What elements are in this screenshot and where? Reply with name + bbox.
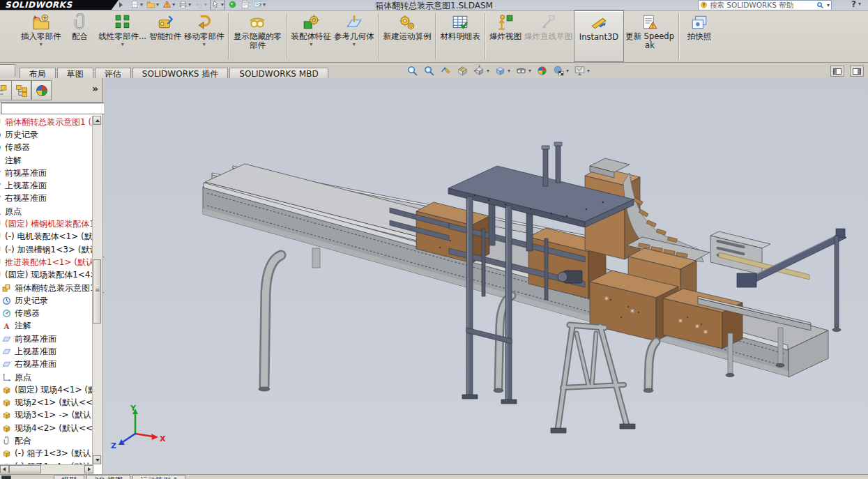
- tree-item-label: (固定) 现场装配体1<4> (默: [5, 269, 93, 281]
- select-cursor-button[interactable]: ▾: [210, 0, 225, 10]
- tree-item[interactable]: 上视基准面: [0, 179, 93, 192]
- rebuild-indicator-button[interactable]: [227, 0, 238, 10]
- tree-item[interactable]: 原点: [0, 205, 93, 218]
- tab-assembly-stub[interactable]: [0, 64, 15, 77]
- assembly-features-button[interactable]: 装配体特征▾: [289, 10, 333, 62]
- search-icon[interactable]: [816, 1, 824, 9]
- tree-item[interactable]: 历史记录: [0, 294, 93, 307]
- scroll-down-button[interactable]: [93, 455, 101, 464]
- new-document-button[interactable]: ▾: [130, 0, 144, 10]
- mate-button[interactable]: 配合: [63, 10, 98, 62]
- tree-item[interactable]: A注解: [0, 320, 93, 333]
- doc-tab-运动算例 1[interactable]: 运动算例 1: [132, 475, 186, 479]
- open-document-button[interactable]: ▾: [146, 0, 160, 10]
- file-properties-button[interactable]: [240, 0, 250, 10]
- tree-filter-input[interactable]: [1, 102, 105, 114]
- hide-show-items-button[interactable]: ▾: [515, 65, 532, 77]
- scroll-thumb[interactable]: [93, 259, 101, 324]
- undo-button[interactable]: ▾: [194, 0, 208, 10]
- display-style-button[interactable]: ▾: [494, 65, 511, 77]
- view-orientation-button[interactable]: ▾: [473, 65, 490, 77]
- move-component-button[interactable]: 移动零部件▾: [183, 10, 226, 62]
- zoom-to-area-button[interactable]: [422, 65, 436, 77]
- help-search-input[interactable]: ? 搜索 SOLIDWORKS 帮助 ▾: [698, 0, 832, 10]
- tree-item[interactable]: (固定) 槽钢机架装配体1: [0, 218, 93, 230]
- panel-expand-chevron[interactable]: »: [92, 83, 98, 94]
- tree-item[interactable]: 上视基准面: [0, 345, 93, 358]
- dropdown-caret-icon[interactable]: ▾: [121, 42, 124, 47]
- scroll-right-button[interactable]: [84, 465, 93, 473]
- print-button[interactable]: ▾: [178, 0, 192, 10]
- tree-item[interactable]: (-) 加强槽钢1<3> (默认<: [0, 243, 93, 256]
- motion-manager-icon[interactable]: [1, 476, 11, 479]
- tree-item[interactable]: 传感器: [0, 142, 93, 154]
- exploded-view-button[interactable]: 爆炸视图: [488, 10, 523, 62]
- ribbon-button-label: 爆炸直线草图: [524, 32, 572, 41]
- tree-item[interactable]: 原点: [0, 371, 93, 383]
- zoom-to-fit-button[interactable]: [406, 65, 419, 77]
- tree-item[interactable]: 配合: [0, 434, 93, 447]
- tree-item[interactable]: (-) 电机装配体<1> (默认<: [0, 231, 93, 243]
- tree-item[interactable]: 右视基准面: [0, 192, 93, 205]
- doc-tab-3D 视图[interactable]: 3D 视图: [86, 475, 130, 479]
- linear-pattern-button[interactable]: 线性零部件...▾: [98, 10, 148, 62]
- scroll-up-button[interactable]: [93, 116, 101, 125]
- scroll-thumb[interactable]: [9, 465, 41, 473]
- collapse-left-panel-button[interactable]: [830, 66, 844, 77]
- tree-item[interactable]: 现场4<2> (默认<<默: [0, 422, 93, 434]
- svg-text:A: A: [3, 322, 10, 330]
- part-icon: [2, 424, 12, 433]
- edit-appearance-button[interactable]: [535, 65, 549, 77]
- motion-study-button[interactable]: 新建运动算例: [381, 10, 432, 62]
- insert-component-button[interactable]: 插入零部件▾: [20, 10, 63, 62]
- feature-manager-tab[interactable]: [0, 80, 12, 100]
- bom-button[interactable]: 材料明细表: [439, 10, 482, 62]
- tree-item[interactable]: 前视基准面: [0, 167, 93, 179]
- tree-item[interactable]: 右视基准面: [0, 358, 93, 371]
- smart-fastener-button[interactable]: 智能扣件: [148, 10, 183, 62]
- exploded-sketch-button[interactable]: 爆炸直线草图: [523, 10, 574, 62]
- tree-item[interactable]: 前视基准面: [0, 333, 93, 345]
- tree-item-label: 前视基准面: [15, 333, 56, 345]
- help-menu[interactable]: ?▾: [851, 0, 861, 9]
- tree-item[interactable]: 历史记录: [0, 128, 93, 141]
- apply-scene-button[interactable]: ▾: [552, 65, 570, 77]
- tree-item[interactable]: 现场2<1> (默认<<默: [0, 397, 93, 409]
- scroll-left-button[interactable]: [0, 465, 9, 473]
- collapse-right-panel-button[interactable]: [850, 66, 864, 77]
- tree-item[interactable]: 箱体翻转总装示意图1 (默: [0, 116, 93, 128]
- instant3d-button[interactable]: Instant3D: [574, 10, 624, 62]
- rebuild-warning-button[interactable]: !▾: [162, 0, 176, 10]
- options-button[interactable]: ▾: [252, 0, 266, 10]
- tree-item[interactable]: (固定) 现场装配体1<4> (默: [0, 269, 93, 282]
- doc-tab-模型[interactable]: 模型: [54, 475, 84, 479]
- tree-horizontal-scrollbar[interactable]: [0, 464, 93, 475]
- dropdown-caret-icon[interactable]: ▾: [353, 42, 356, 47]
- tree-item-label: 箱体翻转总装示意图1 (默: [5, 116, 93, 128]
- tree-vertical-scrollbar[interactable]: [92, 116, 102, 464]
- section-view-button[interactable]: [456, 65, 469, 77]
- reference-geometry-button[interactable]: 参考几何体▾: [333, 10, 376, 62]
- tree-item[interactable]: 传感器: [0, 307, 93, 319]
- tree-item[interactable]: 推进装配体1<1> (默认: [0, 256, 93, 268]
- configuration-manager-tab[interactable]: [11, 80, 31, 100]
- show-hidden-button[interactable]: 显示隐藏的零部件: [231, 10, 283, 62]
- tree-item[interactable]: (固定) 现场4<1> (默认: [0, 383, 93, 396]
- previous-view-button[interactable]: [439, 65, 452, 77]
- tree-item[interactable]: 现场3<1> -> (默认<<: [0, 409, 93, 422]
- update-speedpak-button[interactable]: !更新 Speedpak: [624, 10, 676, 62]
- search-caret-icon[interactable]: ▾: [827, 3, 830, 8]
- tree-item-label: 传感器: [15, 307, 40, 319]
- view-settings-button[interactable]: ▾: [573, 65, 591, 77]
- tree-item[interactable]: A注解: [0, 154, 93, 167]
- dropdown-caret-icon[interactable]: ▾: [310, 42, 312, 47]
- graphics-viewport[interactable]: *****: [104, 78, 868, 474]
- dropdown-caret-icon[interactable]: ▾: [40, 42, 43, 47]
- dropdown-caret-icon[interactable]: ▾: [203, 42, 206, 47]
- title-bar: SOLIDWORKS 箱体翻转总装示意图1.SLDASM ▾▾!▾▾▾▾▾ ? …: [0, 0, 868, 10]
- snapshot-button[interactable]: 拍快照: [682, 10, 717, 62]
- display-manager-tab[interactable]: [31, 80, 52, 100]
- heads-up-view-toolbar: ▾▾▾▾▾: [406, 65, 591, 77]
- tree-item[interactable]: (-) 箱子1<3> (默认<<默: [0, 448, 93, 460]
- tree-item[interactable]: 箱体翻转总装示意图1: [0, 282, 93, 294]
